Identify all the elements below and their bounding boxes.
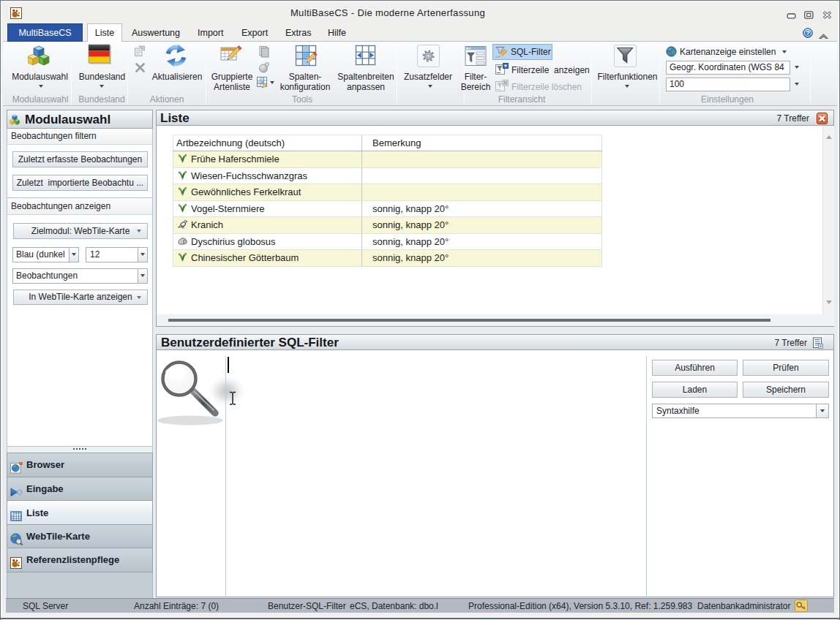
svg-text:?: ?	[806, 29, 809, 37]
